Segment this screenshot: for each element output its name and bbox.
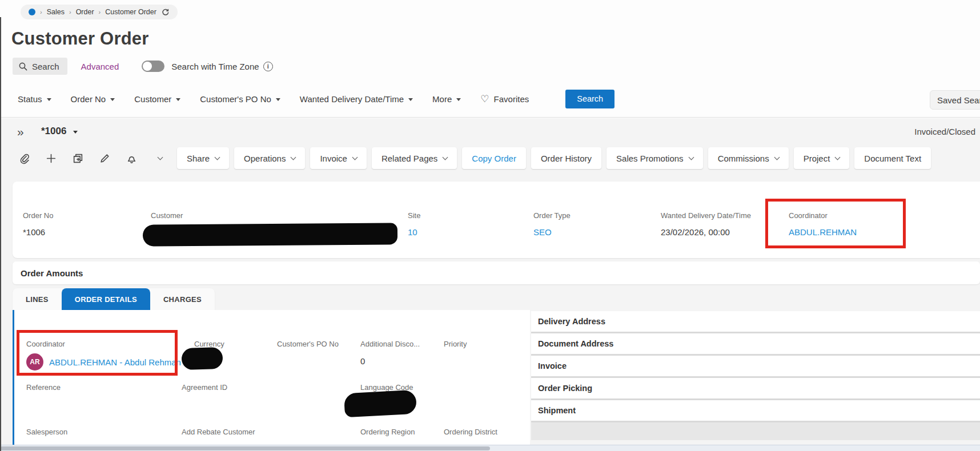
additional-discount-value: 0: [360, 356, 420, 366]
detail-additional-discount: Additional Disco... 0: [360, 340, 420, 366]
caret-down-icon: [408, 98, 413, 101]
field-order-type: Order Type SEO: [533, 211, 571, 237]
chevron-down-icon[interactable]: [158, 155, 163, 160]
breadcrumb-separator: ›: [99, 9, 101, 15]
field-coordinator: Coordinator ABDUL.REHMAN: [789, 211, 857, 237]
add-record-icon[interactable]: [45, 152, 57, 164]
project-button[interactable]: Project: [794, 147, 850, 169]
site-label: Site: [408, 211, 420, 220]
copy-order-label: Copy Order: [472, 154, 516, 163]
wanted-delivery-value: 23/02/2026, 00:00: [661, 227, 751, 237]
detail-agreement-id: Agreement ID: [182, 383, 227, 392]
info-icon[interactable]: i: [263, 62, 273, 71]
notifications-bell-icon[interactable]: [126, 152, 138, 164]
side-item-delivery-address[interactable]: Delivery Address: [531, 311, 980, 333]
breadcrumb-separator: ›: [69, 9, 71, 15]
collapse-panel-icon[interactable]: »: [17, 124, 24, 140]
order-amounts-title: Order Amounts: [21, 268, 83, 278]
side-item-order-picking[interactable]: Order Picking: [531, 378, 980, 400]
side-item-document-address[interactable]: Document Address: [531, 333, 980, 356]
filter-customers-po-no[interactable]: Customer's PO No: [200, 94, 280, 104]
filter-customer[interactable]: Customer: [134, 94, 180, 104]
detail-priority: Priority: [444, 340, 467, 348]
ordering-district-label: Ordering District: [444, 428, 497, 436]
copy-order-button[interactable]: Copy Order: [462, 147, 526, 169]
document-text-label: Document Text: [864, 154, 921, 163]
coordinator-value-link[interactable]: ABDUL.REHMAN - Abdul Rehman: [49, 357, 181, 367]
search-submit-button[interactable]: Search: [565, 90, 614, 108]
caret-down-icon: [456, 98, 461, 101]
record-selector[interactable]: *1006: [41, 126, 78, 137]
favorites-label: Favorites: [494, 94, 529, 104]
share-button[interactable]: Share: [177, 147, 229, 169]
advanced-search-link[interactable]: Advanced: [81, 62, 119, 71]
breadcrumb-item-customer-order[interactable]: Customer Order: [105, 8, 156, 16]
document-text-button[interactable]: Document Text: [854, 147, 931, 169]
coordinator-value-link[interactable]: ABDUL.REHMAN: [789, 227, 857, 237]
site-value-link[interactable]: 10: [408, 227, 420, 237]
toolbar-icons: [18, 152, 162, 164]
filter-customers-po-no-label: Customer's PO No: [200, 94, 271, 104]
chevron-down-icon: [291, 155, 296, 160]
edit-icon[interactable]: [99, 152, 111, 164]
operations-button[interactable]: Operations: [234, 147, 305, 169]
search-mode-button[interactable]: Search: [13, 58, 67, 75]
chevron-down-icon: [215, 155, 220, 160]
tab-lines[interactable]: LINES: [13, 288, 62, 310]
filter-bar: Status Order No Customer Customer's PO N…: [18, 88, 614, 109]
filter-wanted-delivery[interactable]: Wanted Delivery Date/Time: [300, 94, 413, 104]
favorites-button[interactable]: ♡ Favorites: [480, 93, 529, 105]
horizontal-scrollbar-thumb[interactable]: [0, 446, 490, 450]
order-history-button[interactable]: Order History: [531, 147, 601, 169]
filter-more-label: More: [432, 94, 452, 104]
side-item-invoice[interactable]: Invoice: [531, 356, 980, 378]
app-home-icon[interactable]: [29, 9, 35, 15]
related-pages-button[interactable]: Related Pages: [372, 147, 457, 169]
attachment-icon[interactable]: [18, 152, 30, 164]
timezone-toggle[interactable]: [142, 61, 164, 72]
toolbar-buttons: Share Operations Invoice Related Pages C…: [177, 147, 931, 169]
order-type-label: Order Type: [533, 211, 571, 220]
detail-ordering-district: Ordering District: [444, 428, 497, 436]
customers-po-no-label: Customer's PO No: [277, 340, 339, 348]
filter-customer-label: Customer: [134, 94, 171, 104]
chevron-down-icon: [443, 155, 448, 160]
refresh-icon[interactable]: [161, 8, 170, 17]
additional-discount-label: Additional Disco...: [360, 340, 420, 348]
window-left-edge: [0, 17, 1, 451]
commissions-label: Commissions: [718, 154, 769, 163]
related-pages-label: Related Pages: [381, 154, 437, 163]
redaction-blob-currency: [181, 347, 223, 370]
sales-promotions-button[interactable]: Sales Promotions: [607, 147, 703, 169]
horizontal-scrollbar: [0, 445, 980, 451]
saved-searches-button[interactable]: Saved Searc: [930, 90, 980, 110]
breadcrumb-item-order[interactable]: Order: [76, 8, 94, 16]
side-item-shipment[interactable]: Shipment: [531, 400, 980, 422]
customer-label: Customer: [151, 211, 183, 220]
order-no-label: Order No: [23, 211, 53, 220]
invoice-button[interactable]: Invoice: [310, 147, 367, 169]
order-type-value-link[interactable]: SEO: [533, 227, 571, 237]
commissions-button[interactable]: Commissions: [708, 147, 789, 169]
toggle-knob: [143, 62, 152, 71]
breadcrumb: › Sales › Order › Customer Order: [21, 5, 178, 19]
duplicate-record-icon[interactable]: [72, 152, 84, 164]
order-no-value: *1006: [23, 227, 53, 237]
tab-charges[interactable]: CHARGES: [150, 288, 215, 310]
field-wanted-delivery: Wanted Delivery Date/Time 23/02/2026, 00…: [661, 211, 751, 237]
tab-order-details[interactable]: ORDER DETAILS: [62, 288, 150, 310]
page-title: Customer Order: [11, 29, 149, 49]
caret-down-icon: [176, 98, 180, 101]
order-amounts-group[interactable]: Order Amounts: [13, 261, 980, 284]
chevron-down-icon: [352, 155, 358, 160]
add-rebate-customer-label: Add Rebate Customer: [182, 428, 255, 436]
project-label: Project: [804, 154, 830, 163]
invoice-label: Invoice: [320, 154, 347, 163]
side-panel: Delivery Address Document Address Invoic…: [531, 311, 980, 440]
heart-icon: ♡: [480, 93, 489, 105]
side-panel-filler: [531, 422, 980, 440]
filter-more[interactable]: More: [432, 94, 461, 104]
filter-order-no[interactable]: Order No: [71, 94, 115, 104]
filter-status[interactable]: Status: [18, 94, 51, 104]
breadcrumb-item-sales[interactable]: Sales: [47, 8, 65, 16]
